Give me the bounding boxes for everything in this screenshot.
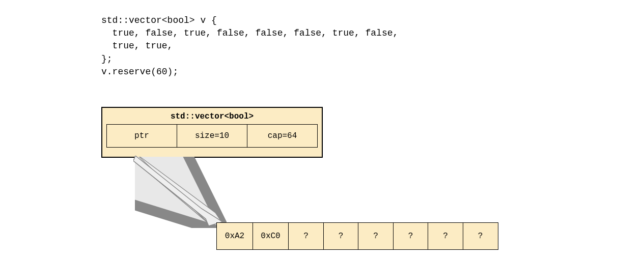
svg-line-2: [135, 157, 214, 223]
pointer-arrow: [135, 157, 227, 228]
vector-field-cap: cap=64: [247, 125, 317, 147]
memory-row: 0xA2 0xC0 ? ? ? ? ? ?: [216, 222, 498, 250]
vector-title: std::vector<bool>: [106, 112, 318, 121]
vector-field-size: size=10: [177, 125, 247, 147]
memory-cell-5: ?: [393, 222, 429, 250]
svg-line-1: [139, 159, 211, 220]
vector-struct-box: std::vector<bool> ptr size=10 cap=64: [101, 107, 323, 158]
svg-marker-9: [133, 156, 222, 226]
memory-cell-1: 0xC0: [253, 222, 289, 250]
code-line-2: true, false, true, false, false, false, …: [101, 28, 398, 38]
memory-cell-6: ?: [428, 222, 463, 250]
code-line-5: v.reserve(60);: [101, 67, 178, 77]
vector-field-ptr: ptr: [107, 125, 177, 147]
code-block: std::vector<bool> v { true, false, true,…: [101, 14, 398, 78]
memory-cell-0: 0xA2: [216, 222, 253, 250]
vector-fields: ptr size=10 cap=64: [106, 124, 318, 148]
svg-marker-7: [135, 157, 222, 224]
memory-cell-2: ?: [288, 222, 324, 250]
memory-cell-7: ?: [463, 222, 498, 250]
code-line-1: std::vector<bool> v {: [101, 15, 217, 25]
svg-marker-5: [135, 157, 221, 225]
memory-cell-4: ?: [358, 222, 394, 250]
code-line-3: true, true,: [101, 41, 173, 51]
svg-marker-4: [135, 157, 216, 224]
memory-cell-3: ?: [323, 222, 359, 250]
code-line-4: };: [101, 54, 113, 64]
svg-marker-8: [133, 156, 222, 226]
pointer-arrow-clean: [133, 156, 228, 228]
